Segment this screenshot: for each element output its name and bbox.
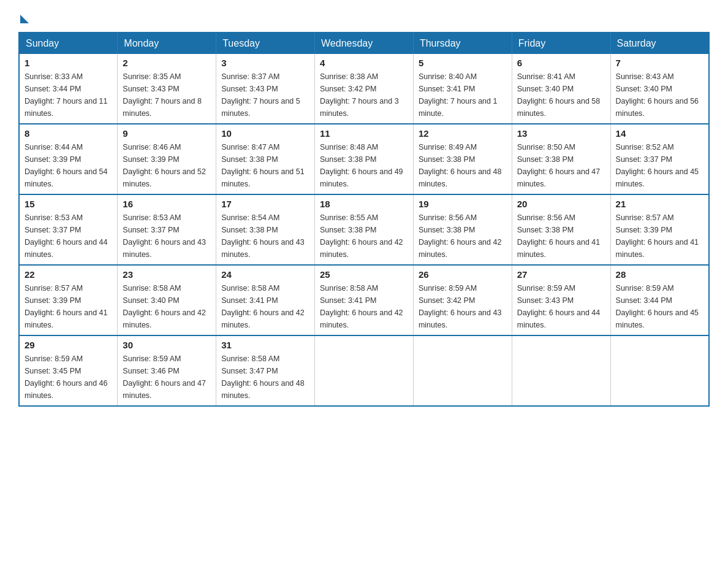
day-number: 12 bbox=[419, 128, 507, 139]
day-number: 27 bbox=[517, 269, 605, 280]
day-cell: 6 Sunrise: 8:41 AM Sunset: 3:40 PM Dayli… bbox=[512, 54, 610, 124]
day-info: Sunrise: 8:47 AM Sunset: 3:38 PM Dayligh… bbox=[221, 141, 309, 190]
day-number: 21 bbox=[616, 199, 703, 209]
day-info: Sunrise: 8:59 AM Sunset: 3:42 PM Dayligh… bbox=[419, 282, 507, 331]
day-info: Sunrise: 8:50 AM Sunset: 3:38 PM Dayligh… bbox=[517, 141, 605, 190]
weekday-header-row: SundayMondayTuesdayWednesdayThursdayFrid… bbox=[19, 33, 709, 54]
day-info: Sunrise: 8:43 AM Sunset: 3:40 PM Dayligh… bbox=[616, 71, 703, 120]
day-number: 3 bbox=[221, 58, 309, 68]
day-cell: 22 Sunrise: 8:57 AM Sunset: 3:39 PM Dayl… bbox=[19, 265, 118, 335]
day-cell: 17 Sunrise: 8:54 AM Sunset: 3:38 PM Dayl… bbox=[216, 194, 315, 265]
week-row-2: 8 Sunrise: 8:44 AM Sunset: 3:39 PM Dayli… bbox=[19, 124, 709, 194]
weekday-header-friday: Friday bbox=[512, 33, 610, 54]
day-number: 29 bbox=[25, 340, 112, 350]
day-cell: 12 Sunrise: 8:49 AM Sunset: 3:38 PM Dayl… bbox=[413, 124, 512, 194]
day-cell: 28 Sunrise: 8:59 AM Sunset: 3:44 PM Dayl… bbox=[610, 265, 709, 335]
day-info: Sunrise: 8:37 AM Sunset: 3:43 PM Dayligh… bbox=[221, 71, 309, 120]
day-cell: 29 Sunrise: 8:59 AM Sunset: 3:45 PM Dayl… bbox=[19, 335, 118, 406]
day-cell: 10 Sunrise: 8:47 AM Sunset: 3:38 PM Dayl… bbox=[216, 124, 315, 194]
day-cell: 23 Sunrise: 8:58 AM Sunset: 3:40 PM Dayl… bbox=[118, 265, 216, 335]
day-info: Sunrise: 8:55 AM Sunset: 3:38 PM Dayligh… bbox=[320, 212, 408, 261]
day-cell: 4 Sunrise: 8:38 AM Sunset: 3:42 PM Dayli… bbox=[315, 54, 414, 124]
day-cell: 21 Sunrise: 8:57 AM Sunset: 3:39 PM Dayl… bbox=[610, 194, 709, 265]
day-info: Sunrise: 8:58 AM Sunset: 3:41 PM Dayligh… bbox=[320, 282, 408, 331]
day-number: 18 bbox=[320, 199, 408, 209]
day-info: Sunrise: 8:59 AM Sunset: 3:45 PM Dayligh… bbox=[25, 353, 112, 402]
day-cell: 13 Sunrise: 8:50 AM Sunset: 3:38 PM Dayl… bbox=[512, 124, 610, 194]
calendar-table: SundayMondayTuesdayWednesdayThursdayFrid… bbox=[18, 32, 710, 407]
day-info: Sunrise: 8:41 AM Sunset: 3:40 PM Dayligh… bbox=[517, 71, 605, 120]
day-info: Sunrise: 8:56 AM Sunset: 3:38 PM Dayligh… bbox=[419, 212, 507, 261]
day-info: Sunrise: 8:56 AM Sunset: 3:38 PM Dayligh… bbox=[517, 212, 605, 261]
day-cell: 3 Sunrise: 8:37 AM Sunset: 3:43 PM Dayli… bbox=[216, 54, 315, 124]
day-cell: 1 Sunrise: 8:33 AM Sunset: 3:44 PM Dayli… bbox=[19, 54, 118, 124]
day-info: Sunrise: 8:53 AM Sunset: 3:37 PM Dayligh… bbox=[123, 212, 211, 261]
day-number: 5 bbox=[419, 58, 507, 68]
day-cell bbox=[315, 335, 414, 406]
day-info: Sunrise: 8:38 AM Sunset: 3:42 PM Dayligh… bbox=[320, 71, 408, 120]
day-cell: 14 Sunrise: 8:52 AM Sunset: 3:37 PM Dayl… bbox=[610, 124, 709, 194]
day-info: Sunrise: 8:53 AM Sunset: 3:37 PM Dayligh… bbox=[25, 212, 112, 261]
logo-arrow-icon bbox=[20, 15, 29, 23]
day-number: 25 bbox=[320, 269, 408, 280]
day-cell: 7 Sunrise: 8:43 AM Sunset: 3:40 PM Dayli… bbox=[610, 54, 709, 124]
day-cell: 27 Sunrise: 8:59 AM Sunset: 3:43 PM Dayl… bbox=[512, 265, 610, 335]
day-info: Sunrise: 8:57 AM Sunset: 3:39 PM Dayligh… bbox=[616, 212, 703, 261]
day-cell bbox=[413, 335, 512, 406]
day-cell: 20 Sunrise: 8:56 AM Sunset: 3:38 PM Dayl… bbox=[512, 194, 610, 265]
day-info: Sunrise: 8:40 AM Sunset: 3:41 PM Dayligh… bbox=[419, 71, 507, 120]
day-cell: 2 Sunrise: 8:35 AM Sunset: 3:43 PM Dayli… bbox=[118, 54, 216, 124]
day-cell: 25 Sunrise: 8:58 AM Sunset: 3:41 PM Dayl… bbox=[315, 265, 414, 335]
day-cell: 8 Sunrise: 8:44 AM Sunset: 3:39 PM Dayli… bbox=[19, 124, 118, 194]
day-info: Sunrise: 8:58 AM Sunset: 3:41 PM Dayligh… bbox=[221, 282, 309, 331]
day-number: 16 bbox=[123, 199, 211, 209]
weekday-header-thursday: Thursday bbox=[413, 33, 512, 54]
day-info: Sunrise: 8:58 AM Sunset: 3:47 PM Dayligh… bbox=[221, 353, 309, 402]
week-row-1: 1 Sunrise: 8:33 AM Sunset: 3:44 PM Dayli… bbox=[19, 54, 709, 124]
day-info: Sunrise: 8:52 AM Sunset: 3:37 PM Dayligh… bbox=[616, 141, 703, 190]
day-info: Sunrise: 8:59 AM Sunset: 3:43 PM Dayligh… bbox=[517, 282, 605, 331]
day-cell: 26 Sunrise: 8:59 AM Sunset: 3:42 PM Dayl… bbox=[413, 265, 512, 335]
day-number: 17 bbox=[221, 199, 309, 209]
weekday-header-monday: Monday bbox=[118, 33, 216, 54]
day-number: 15 bbox=[25, 199, 112, 209]
day-info: Sunrise: 8:44 AM Sunset: 3:39 PM Dayligh… bbox=[25, 141, 112, 190]
day-info: Sunrise: 8:35 AM Sunset: 3:43 PM Dayligh… bbox=[123, 71, 211, 120]
day-cell: 18 Sunrise: 8:55 AM Sunset: 3:38 PM Dayl… bbox=[315, 194, 414, 265]
week-row-4: 22 Sunrise: 8:57 AM Sunset: 3:39 PM Dayl… bbox=[19, 265, 709, 335]
day-number: 22 bbox=[25, 269, 112, 280]
day-number: 11 bbox=[320, 128, 408, 139]
day-number: 30 bbox=[123, 340, 211, 350]
logo bbox=[18, 12, 29, 20]
day-cell: 31 Sunrise: 8:58 AM Sunset: 3:47 PM Dayl… bbox=[216, 335, 315, 406]
day-info: Sunrise: 8:46 AM Sunset: 3:39 PM Dayligh… bbox=[123, 141, 211, 190]
day-number: 1 bbox=[25, 58, 112, 68]
day-cell: 16 Sunrise: 8:53 AM Sunset: 3:37 PM Dayl… bbox=[118, 194, 216, 265]
day-cell: 15 Sunrise: 8:53 AM Sunset: 3:37 PM Dayl… bbox=[19, 194, 118, 265]
day-number: 8 bbox=[25, 128, 112, 139]
weekday-header-wednesday: Wednesday bbox=[315, 33, 414, 54]
week-row-3: 15 Sunrise: 8:53 AM Sunset: 3:37 PM Dayl… bbox=[19, 194, 709, 265]
day-cell: 5 Sunrise: 8:40 AM Sunset: 3:41 PM Dayli… bbox=[413, 54, 512, 124]
day-number: 26 bbox=[419, 269, 507, 280]
day-number: 6 bbox=[517, 58, 605, 68]
week-row-5: 29 Sunrise: 8:59 AM Sunset: 3:45 PM Dayl… bbox=[19, 335, 709, 406]
day-number: 14 bbox=[616, 128, 703, 139]
day-number: 31 bbox=[221, 340, 309, 350]
day-info: Sunrise: 8:48 AM Sunset: 3:38 PM Dayligh… bbox=[320, 141, 408, 190]
day-number: 23 bbox=[123, 269, 211, 280]
day-number: 28 bbox=[616, 269, 703, 280]
weekday-header-tuesday: Tuesday bbox=[216, 33, 315, 54]
day-info: Sunrise: 8:57 AM Sunset: 3:39 PM Dayligh… bbox=[25, 282, 112, 331]
day-info: Sunrise: 8:59 AM Sunset: 3:46 PM Dayligh… bbox=[123, 353, 211, 402]
day-cell: 9 Sunrise: 8:46 AM Sunset: 3:39 PM Dayli… bbox=[118, 124, 216, 194]
day-info: Sunrise: 8:59 AM Sunset: 3:44 PM Dayligh… bbox=[616, 282, 703, 331]
day-number: 13 bbox=[517, 128, 605, 139]
day-info: Sunrise: 8:58 AM Sunset: 3:40 PM Dayligh… bbox=[123, 282, 211, 331]
day-number: 9 bbox=[123, 128, 211, 139]
weekday-header-sunday: Sunday bbox=[19, 33, 118, 54]
day-number: 24 bbox=[221, 269, 309, 280]
day-cell: 19 Sunrise: 8:56 AM Sunset: 3:38 PM Dayl… bbox=[413, 194, 512, 265]
page-header bbox=[18, 12, 710, 20]
day-number: 7 bbox=[616, 58, 703, 68]
